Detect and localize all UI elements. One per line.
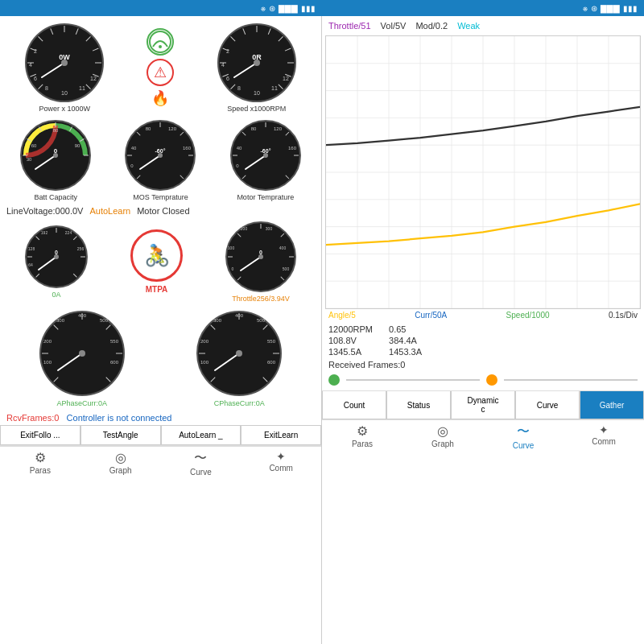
svg-text:4: 4: [221, 62, 225, 68]
speed-axis-label: Speed/1000: [506, 311, 550, 320]
speed-gauge-label: Speed x1000RPM: [227, 105, 286, 113]
battery-status-icon-r: ▮▮▮: [623, 4, 638, 13]
vol-header-label: Vol/5V: [381, 21, 407, 31]
received-frames-label: Received Frames:0: [322, 360, 644, 369]
signal-status-icon: ▇▇▇: [279, 4, 298, 13]
paras-icon: ⚙: [35, 450, 46, 465]
right-status-bar: ⎈ ⊛ ▇▇▇ ▮▮▮: [322, 0, 644, 16]
right-navigation: ⚙ Paras ◎ Graph 〜 Curve ✦ Comm: [322, 419, 644, 453]
paras-label: Paras: [30, 466, 51, 475]
svg-text:80: 80: [53, 128, 59, 133]
right-graph-icon: ◎: [437, 423, 448, 439]
exit-follo-button[interactable]: ExitFollo ...: [0, 426, 80, 445]
signal-status-icon-r: ▇▇▇: [601, 4, 620, 13]
comm-icon: ✦: [276, 450, 286, 463]
stats-area: 12000RPM 108.8V 1345.5A 0.65 384.4A 1453…: [322, 321, 644, 360]
mos-gauge-label: MOS Temprature: [133, 193, 188, 201]
svg-text:60: 60: [31, 143, 37, 148]
left-navigation: ⚙ Paras ◎ Graph 〜 Curve ✦ Comm: [0, 445, 321, 480]
right-action-buttons: Count Status Dynamic c Curve Gather: [322, 390, 644, 419]
angle-axis-label: Angle/5: [328, 311, 356, 320]
svg-text:8: 8: [237, 85, 241, 91]
aphase-gauge-label: APhaseCurr:0A: [56, 399, 107, 407]
curve-label: Curve: [190, 468, 212, 477]
exit-learn-button[interactable]: ExitLearn: [241, 426, 321, 445]
svg-text:300: 300: [266, 226, 273, 231]
svg-text:200: 200: [241, 226, 248, 231]
stats-col-1: 12000RPM 108.8V 1345.5A: [328, 324, 373, 357]
svg-point-25: [159, 45, 162, 48]
right-graph-label: Graph: [431, 440, 454, 448]
svg-text:0: 0: [259, 250, 262, 255]
flame-icon: 🔥: [151, 89, 169, 107]
curve-icon: 〜: [194, 450, 207, 467]
svg-text:40: 40: [236, 146, 242, 151]
svg-text:500: 500: [283, 266, 290, 271]
auto-learn-button[interactable]: AutoLearn _: [161, 426, 242, 445]
svg-text:-60°: -60°: [155, 148, 166, 154]
right-nav-comm[interactable]: ✦ Comm: [564, 420, 644, 453]
left-nav-comm[interactable]: ✦ Comm: [241, 446, 321, 480]
dynamic-button[interactable]: Dynamic c: [451, 391, 515, 419]
test-angle-button[interactable]: TestAngle: [80, 426, 161, 445]
left-status-bar: ⎈ ⊛ ▇▇▇ ▮▮▮: [0, 0, 322, 16]
indicator-dots-row: [322, 369, 644, 390]
wifi-status-icon: ⊛: [269, 4, 275, 13]
line-voltage-info: LineVoltage:000.0V: [6, 206, 83, 216]
cphase-gauge-label: CPhaseCurr:0A: [214, 399, 265, 407]
svg-text:120: 120: [168, 126, 177, 131]
power-gauge-label: Power x 1000W: [39, 105, 90, 113]
svg-text:120: 120: [274, 126, 283, 131]
current-gauge-label: 0A: [52, 291, 60, 299]
stat-val1: 0.65: [389, 324, 422, 334]
throttle-val-label: Throttle256/3.94V: [232, 295, 290, 303]
green-dot: [328, 374, 340, 386]
svg-text:40: 40: [131, 146, 137, 151]
svg-text:600: 600: [110, 360, 119, 365]
curve-button[interactable]: Curve: [515, 391, 580, 419]
svg-text:400: 400: [279, 246, 287, 250]
svg-text:0: 0: [55, 250, 58, 255]
svg-text:6: 6: [34, 76, 37, 81]
svg-text:100: 100: [43, 360, 52, 365]
cphase-gauge: 100 200 300 400 500 550 600 CPhaseCurr:0…: [195, 309, 283, 407]
svg-text:300: 300: [56, 318, 65, 323]
status-button[interactable]: Status: [386, 391, 451, 419]
right-paras-icon: ⚙: [357, 423, 368, 439]
dot-separator-2: [504, 379, 638, 381]
stat-val2: 384.4A: [389, 336, 422, 345]
orange-dot: [486, 374, 497, 386]
left-nav-curve[interactable]: 〜 Curve: [161, 446, 242, 480]
right-nav-graph[interactable]: ◎ Graph: [402, 420, 483, 453]
right-nav-curve[interactable]: 〜 Curve: [483, 420, 564, 453]
svg-text:64: 64: [28, 262, 33, 267]
left-nav-graph[interactable]: ◎ Graph: [80, 446, 161, 480]
svg-point-163: [236, 350, 242, 357]
svg-text:100: 100: [228, 246, 235, 250]
mod-header-label: Mod/0.2: [415, 21, 448, 31]
left-nav-paras[interactable]: ⚙ Paras: [0, 446, 80, 480]
right-nav-paras[interactable]: ⚙ Paras: [322, 420, 402, 453]
motor-gauge-label: Motor Temprature: [237, 193, 294, 201]
throttle-header-label: Throttle/51: [328, 21, 371, 31]
svg-text:224: 224: [65, 230, 72, 235]
svg-text:8: 8: [45, 85, 48, 91]
svg-text:10: 10: [254, 90, 260, 96]
mtpa-label: MTPA: [146, 285, 168, 294]
gather-button[interactable]: Gather: [580, 391, 644, 419]
svg-point-146: [79, 350, 85, 357]
right-comm-label: Comm: [592, 437, 615, 446]
current-gauge: 64 128 192 224 256 0 0A: [24, 225, 89, 299]
stat-val3: 1453.3A: [389, 347, 422, 357]
svg-text:0R: 0R: [252, 53, 262, 61]
aphase-gauge: 100 200 300 400 500 550 600 APhaseCurr:0…: [38, 309, 126, 407]
svg-text:30: 30: [27, 157, 32, 162]
count-button[interactable]: Count: [322, 391, 386, 419]
svg-text:0: 0: [232, 266, 234, 271]
chart-header: Throttle/51 Vol/5V Mod/0.2 Weak: [322, 16, 644, 35]
svg-text:550: 550: [110, 339, 119, 344]
svg-text:80: 80: [146, 126, 151, 131]
auto-learn-info: AutoLearn: [89, 206, 130, 216]
chart-axis-labels: Angle/5 Curr/50A Speed/1000 0.1s/Div: [322, 309, 644, 321]
right-comm-icon: ✦: [599, 423, 609, 436]
